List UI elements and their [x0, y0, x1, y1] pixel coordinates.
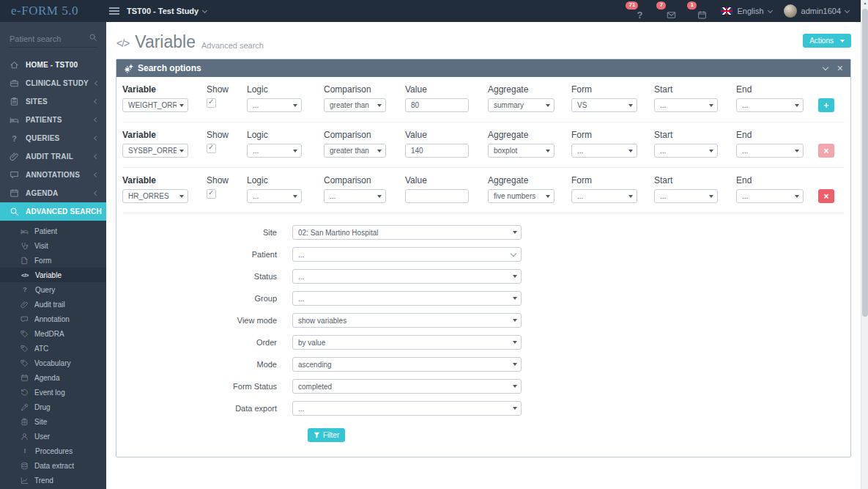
- logic-select[interactable]: ...: [247, 98, 302, 112]
- site-select[interactable]: 02: San Martino Hospital: [292, 225, 522, 240]
- column-label-form: Form: [571, 130, 654, 140]
- sidebar-item-agenda[interactable]: AGENDA: [0, 184, 106, 202]
- patient-search-input[interactable]: [9, 33, 97, 48]
- notification-calendar[interactable]: 1: [687, 1, 709, 21]
- submenu-item-atc[interactable]: ATC: [0, 341, 106, 356]
- submenu-item-site[interactable]: Site: [0, 414, 106, 429]
- language-selector[interactable]: English: [721, 7, 771, 15]
- remove-row-button[interactable]: ×: [818, 189, 834, 203]
- value-input[interactable]: 140: [405, 144, 469, 158]
- variable-select[interactable]: HR_ORRES: [122, 189, 188, 203]
- study-selector[interactable]: TST00 - Test Study: [127, 7, 207, 15]
- scrollbar[interactable]: ▲: [861, 0, 868, 489]
- top-navbar: e-FORM 5.0 TST00 - Test Study 71? 7 1 En…: [0, 0, 868, 22]
- filter-label-order: Order: [122, 338, 292, 347]
- form-select[interactable]: VS: [571, 98, 637, 112]
- column-label-start: Start: [654, 85, 736, 95]
- visit-icon: [21, 242, 29, 250]
- sidebar-item-advanced-search[interactable]: ADVANCED SEARCH: [0, 202, 106, 221]
- end-select[interactable]: ...: [736, 144, 804, 158]
- column-label-aggregate: Aggregate: [488, 176, 571, 185]
- submenu-item-drug[interactable]: Drug: [0, 400, 106, 414]
- submenu-item-query[interactable]: ? Query: [0, 282, 106, 297]
- end-select[interactable]: ...: [736, 189, 804, 203]
- status-select[interactable]: ...: [292, 269, 522, 284]
- variable-select[interactable]: SYSBP_ORRES: [122, 144, 188, 158]
- user-menu[interactable]: admin1604: [784, 4, 849, 18]
- form-status-select[interactable]: completed: [292, 379, 522, 394]
- start-select[interactable]: ...: [654, 98, 718, 112]
- sidebar-item-home-tst00[interactable]: HOME - TST00: [0, 56, 106, 74]
- form-select[interactable]: ...: [571, 189, 637, 203]
- submenu-item-procedures[interactable]: ! Procedures: [0, 444, 106, 458]
- sidebar-item-label: ADVANCED SEARCH: [26, 207, 102, 216]
- filter-button[interactable]: Filter: [308, 428, 345, 442]
- aggregate-select[interactable]: five numbers: [488, 189, 554, 203]
- data-export-select[interactable]: ...: [292, 401, 522, 416]
- patient-select[interactable]: ...: [292, 247, 522, 262]
- actions-button[interactable]: Actions: [803, 34, 851, 48]
- submenu-item-visit[interactable]: Visit: [0, 238, 106, 253]
- scrollbar-thumb[interactable]: [862, 9, 868, 317]
- agenda-icon: [21, 374, 29, 382]
- menu-icon[interactable]: [109, 6, 119, 16]
- submenu-item-variable[interactable]: </> Variable: [0, 268, 106, 282]
- submenu-item-annotation[interactable]: Annotation: [0, 312, 106, 326]
- variable-select[interactable]: WEIGHT_ORRES: [122, 98, 188, 112]
- add-row-button[interactable]: +: [818, 98, 834, 112]
- sidebar-item-patients[interactable]: PATIENTS: [0, 111, 106, 129]
- show-checkbox[interactable]: [207, 189, 216, 199]
- caret-down-icon: [513, 385, 517, 388]
- value-input[interactable]: 80: [405, 98, 469, 112]
- start-select[interactable]: ...: [654, 144, 718, 158]
- collapse-panel-button[interactable]: [823, 65, 828, 70]
- order-select[interactable]: by value: [292, 335, 522, 350]
- form-select[interactable]: ...: [571, 144, 637, 158]
- caret-down-icon: [513, 297, 517, 300]
- value-input[interactable]: [405, 189, 469, 203]
- filter-label-mode: Mode: [122, 360, 292, 369]
- group-select[interactable]: ...: [292, 291, 522, 306]
- logic-select[interactable]: ...: [247, 144, 302, 158]
- submenu-item-user[interactable]: User: [0, 429, 106, 444]
- start-select[interactable]: ...: [654, 189, 718, 203]
- comparison-select[interactable]: greater than: [324, 144, 386, 158]
- chevron-down-icon: [768, 7, 773, 12]
- submenu-item-event-log[interactable]: Event log: [0, 385, 106, 400]
- remove-row-button[interactable]: ×: [818, 144, 834, 158]
- comparison-select[interactable]: greater than: [324, 98, 386, 112]
- sidebar-item-sites[interactable]: SITES: [0, 92, 106, 111]
- aggregate-select[interactable]: boxplot: [488, 144, 554, 158]
- column-label-comparison: Comparison: [324, 176, 405, 185]
- show-checkbox[interactable]: [207, 144, 216, 153]
- sidebar-item-label: PATIENTS: [26, 116, 88, 124]
- comparison-select[interactable]: ...: [324, 189, 386, 203]
- submenu-item-audit-trail[interactable]: Audit trail: [0, 297, 106, 312]
- submenu-item-meddra[interactable]: MedDRA: [0, 326, 106, 341]
- submenu-item-data-extract[interactable]: Data extract: [0, 458, 106, 473]
- show-checkbox[interactable]: [207, 98, 216, 108]
- sidebar-item-clinical-study[interactable]: CLINICAL STUDY: [0, 74, 106, 92]
- user-icon: [21, 433, 29, 441]
- sidebar-item-audit-trail[interactable]: AUDIT TRAIL: [0, 147, 106, 166]
- sidebar-item-annotations[interactable]: ANNOTATIONS: [0, 166, 106, 184]
- sidebar-item-queries[interactable]: ? QUERIES: [0, 129, 106, 147]
- submenu-item-agenda[interactable]: Agenda: [0, 370, 106, 385]
- mode-select[interactable]: ascending: [292, 357, 522, 372]
- submenu-item-label: Event log: [34, 389, 65, 397]
- close-panel-button[interactable]: ×: [837, 63, 843, 73]
- submenu-item-trend[interactable]: Trend: [0, 473, 106, 488]
- app-logo[interactable]: e-FORM 5.0: [0, 0, 106, 22]
- end-select[interactable]: ...: [736, 98, 804, 112]
- notification-question-circle[interactable]: 71?: [626, 1, 648, 21]
- submenu-item-form[interactable]: Form: [0, 253, 106, 268]
- aggregate-select[interactable]: summary: [488, 98, 554, 112]
- logic-select[interactable]: ...: [247, 189, 302, 203]
- view-mode-select[interactable]: show variables: [292, 313, 522, 328]
- submenu-item-patient[interactable]: Patient: [0, 224, 106, 238]
- filter-row: Group ...: [122, 291, 845, 306]
- tag-icon: [21, 359, 29, 367]
- submenu-item-vocabulary[interactable]: Vocabulary: [0, 356, 106, 370]
- notification-envelope[interactable]: 7: [656, 1, 678, 21]
- scroll-up-arrow[interactable]: ▲: [861, 1, 868, 5]
